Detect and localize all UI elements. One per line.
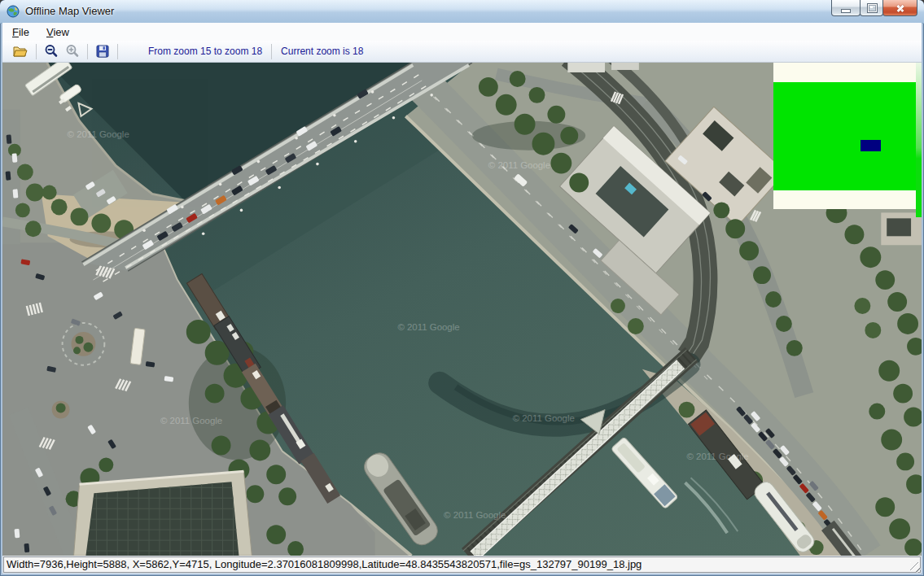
zoom-in-icon xyxy=(65,44,80,59)
close-icon xyxy=(896,3,905,13)
toolbar-separator xyxy=(117,44,118,59)
toolbar-separator xyxy=(271,44,272,59)
svg-text:© 2011 Google: © 2011 Google xyxy=(444,510,506,520)
menu-view[interactable]: View xyxy=(39,24,77,41)
menu-file[interactable]: File xyxy=(5,24,37,41)
save-button[interactable] xyxy=(92,42,113,61)
zoom-out-button[interactable] xyxy=(41,42,62,61)
restore-icon xyxy=(868,4,877,12)
toolbar: From zoom 15 to zoom 18 Current zoom is … xyxy=(2,41,922,63)
status-bar: Width=7936,Height=5888, X=5862,Y=4715, L… xyxy=(2,556,922,574)
svg-text:© 2011 Google: © 2011 Google xyxy=(68,129,129,139)
building-bottom-left xyxy=(74,471,252,556)
status-text: Width=7936,Height=5888, X=5862,Y=4715, L… xyxy=(3,556,921,573)
minimap-overlay[interactable] xyxy=(773,63,918,209)
svg-text:© 2011 Google: © 2011 Google xyxy=(488,160,550,170)
restore-button[interactable] xyxy=(860,0,883,16)
app-icon xyxy=(7,5,20,18)
resize-grip[interactable] xyxy=(910,562,921,573)
minimize-icon xyxy=(842,10,850,12)
zoom-in-button[interactable] xyxy=(62,42,83,61)
zoom-range-label: From zoom 15 to zoom 18 xyxy=(143,46,267,57)
svg-text:© 2011 Google: © 2011 Google xyxy=(513,413,575,423)
window-title: Offline Map Viewer xyxy=(25,0,114,23)
minimap-viewport-indicator[interactable] xyxy=(861,140,881,151)
close-button[interactable] xyxy=(882,0,917,16)
minimap-edge-strip xyxy=(916,63,922,217)
minimap-coverage xyxy=(773,82,918,190)
menu-bar: File View xyxy=(2,23,922,41)
current-zoom-label: Current zoom is 18 xyxy=(276,46,368,57)
save-icon xyxy=(96,45,109,58)
toolbar-separator xyxy=(87,44,88,59)
app-window: Offline Map Viewer File View xyxy=(0,0,924,576)
toolbar-separator xyxy=(36,44,37,59)
zoom-out-icon xyxy=(44,44,59,59)
open-folder-icon xyxy=(13,45,29,58)
open-file-button[interactable] xyxy=(11,42,32,61)
window-titlebar[interactable]: Offline Map Viewer xyxy=(0,0,924,24)
map-viewport[interactable]: © 2011 Google © 2011 Google © 2011 Googl… xyxy=(2,63,922,556)
svg-text:© 2011 Google: © 2011 Google xyxy=(160,416,222,425)
svg-text:© 2011 Google: © 2011 Google xyxy=(397,322,459,332)
svg-text:© 2011 Google: © 2011 Google xyxy=(687,452,749,461)
minimize-button[interactable] xyxy=(831,0,861,16)
